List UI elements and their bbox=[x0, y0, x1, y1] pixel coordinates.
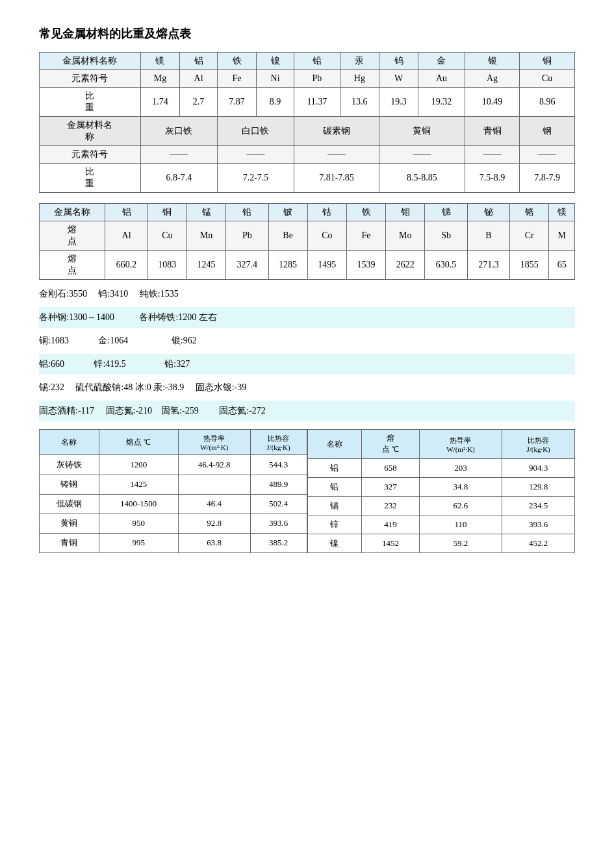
symbol-ni: Ni bbox=[257, 70, 294, 88]
melt-col-sb: 锑 bbox=[425, 204, 467, 221]
weight-w: 19.3 bbox=[379, 88, 418, 117]
weight-pb: 11.37 bbox=[294, 88, 340, 117]
melt-v-cr: 1855 bbox=[510, 251, 549, 280]
btl-name-0: 灰铸铁 bbox=[40, 455, 99, 475]
btl-row-2: 低碳钢 1400-1500 46.4 502.4 bbox=[40, 494, 307, 514]
info-diamond: 金刚石:3550 bbox=[39, 289, 87, 299]
melt-col-be: 铍 bbox=[268, 204, 307, 221]
col-header-name: 金属材料名称 bbox=[40, 53, 141, 70]
btr-name-4: 镍 bbox=[307, 534, 362, 553]
melt-col-mg: 镁 bbox=[549, 204, 575, 221]
info-solid-helium: 固态氦:-272 bbox=[219, 406, 266, 415]
melt-v-mg: 65 bbox=[549, 251, 575, 280]
info-line3: 铜:1083 金:1064 银:962 bbox=[39, 332, 575, 350]
btl-h-conduct: 热导率 W/(m²·K) bbox=[178, 430, 250, 455]
symbol-w: W bbox=[379, 70, 418, 88]
melt-sym-mo: Mo bbox=[386, 221, 425, 251]
info-gold: 金:1064 bbox=[98, 336, 128, 345]
alloy-w-6: 7.8-7.9 bbox=[520, 164, 575, 193]
btr-h-name: 名称 bbox=[307, 430, 362, 459]
alloy-w-5: 7.5-8.9 bbox=[465, 164, 520, 193]
melt-col-mo: 钼 bbox=[386, 204, 425, 221]
alloy-weight-label: 比 重 bbox=[40, 164, 141, 193]
melt-v-pb: 327.4 bbox=[226, 251, 268, 280]
page-title: 常见金属材料的比重及熔点表 bbox=[39, 26, 575, 42]
melt-sym-sb: Sb bbox=[425, 221, 467, 251]
melt-point-row: 熔 点 660.2 1083 1245 327.4 1285 1495 1539… bbox=[40, 251, 575, 280]
info-solid-alcohol: 固态酒精:-117 bbox=[39, 406, 94, 415]
melt-col-pb: 铅 bbox=[226, 204, 268, 221]
symbol-pb: Pb bbox=[294, 70, 340, 88]
info-misc: 硫代硫酸钠:48 冰:0 汞:-38.9 bbox=[75, 382, 184, 392]
col-header-hg: 汞 bbox=[340, 53, 379, 70]
btr-row-2: 锡 232 62.6 234.5 bbox=[307, 497, 575, 515]
alloy-sym-1: —— bbox=[140, 146, 217, 164]
melt-col-name: 金属名称 bbox=[40, 204, 105, 221]
symbol-mg: Mg bbox=[140, 70, 179, 88]
weight-au: 19.32 bbox=[418, 88, 465, 117]
info-section: 金刚石:3550 钨:3410 纯铁:1535 各种钢:1300～1400 各种… bbox=[39, 285, 575, 421]
info-iron: 纯铁:1535 bbox=[140, 289, 179, 299]
btl-melt-1: 1425 bbox=[99, 475, 178, 494]
melt-col-co: 钴 bbox=[307, 204, 346, 221]
btl-heat-2: 502.4 bbox=[250, 494, 307, 514]
btr-header: 名称 熔 点 ℃ 热导率 W/(m²·K) 比热容 J/(kg·K) bbox=[307, 430, 575, 459]
info-line5: 锡:232 硫代硫酸钠:48 冰:0 汞:-38.9 固态水银:-39 bbox=[39, 378, 575, 397]
btr-melt-3: 419 bbox=[362, 515, 419, 534]
btr-row-3: 锌 419 110 393.6 bbox=[307, 515, 575, 534]
bottom-table-right: 名称 熔 点 ℃ 热导率 W/(m²·K) 比热容 J/(kg·K) 铝 658… bbox=[307, 429, 576, 553]
info-line1: 金刚石:3550 钨:3410 纯铁:1535 bbox=[39, 285, 575, 303]
alloy-huikou: 灰口铁 bbox=[140, 117, 217, 146]
pure-metals-header-row: 金属材料名称 镁 铝 铁 镍 铅 汞 钨 金 银 铜 bbox=[40, 53, 575, 70]
info-lead: 铅:327 bbox=[164, 359, 190, 369]
btr-name-2: 锡 bbox=[307, 497, 362, 515]
col-header-al: 铝 bbox=[180, 53, 218, 70]
btl-name-2: 低碳钢 bbox=[40, 494, 99, 514]
info-aluminum: 铝:660 bbox=[39, 359, 64, 369]
melt-v-fe: 1539 bbox=[346, 251, 385, 280]
symbol-al: Al bbox=[180, 70, 218, 88]
btl-name-3: 黄铜 bbox=[40, 514, 99, 533]
pure-metals-symbol-row: 元素符号 Mg Al Fe Ni Pb Hg W Au Ag Cu bbox=[40, 70, 575, 88]
btr-conduct-3: 110 bbox=[419, 515, 502, 534]
alloy-sym-5: —— bbox=[465, 146, 520, 164]
alloy-steel: 钢 bbox=[520, 117, 575, 146]
melt-header-row: 金属名称 铝 铜 锰 铅 铍 钴 铁 钼 锑 铋 铬 镁 bbox=[40, 204, 575, 221]
melt-col-cr: 铬 bbox=[510, 204, 549, 221]
bottom-table-left: 名称 熔点 ℃ 热导率 W/(m²·K) 比热容 J/(kg·K) 灰铸铁 12… bbox=[39, 429, 307, 553]
alloy-w-3: 7.81-7.85 bbox=[294, 164, 379, 193]
melt-sym-cr: Cr bbox=[510, 221, 549, 251]
btl-heat-0: 544.3 bbox=[250, 455, 307, 475]
info-tin: 锡:232 bbox=[39, 382, 64, 392]
melt-sym-pb: Pb bbox=[226, 221, 268, 251]
col-header-ni: 镍 bbox=[257, 53, 294, 70]
weight-ni: 8.9 bbox=[257, 88, 294, 117]
btl-row-1: 铸钢 1425 489.9 bbox=[40, 475, 307, 494]
alloy-sym-4: —— bbox=[379, 146, 465, 164]
melt-sym-fe: Fe bbox=[346, 221, 385, 251]
btl-conduct-0: 46.4-92.8 bbox=[178, 455, 250, 475]
alloy-name-label: 金属材料名 称 bbox=[40, 117, 141, 146]
melt-v-cu: 1083 bbox=[147, 251, 186, 280]
melt-sym-b: B bbox=[467, 221, 509, 251]
col-header-fe: 铁 bbox=[217, 53, 256, 70]
btr-h-melt: 熔 点 ℃ bbox=[362, 430, 419, 459]
melt-sym-mg: M bbox=[549, 221, 575, 251]
btr-name-0: 铝 bbox=[307, 459, 362, 478]
alloy-sym-6: —— bbox=[520, 146, 575, 164]
symbol-hg: Hg bbox=[340, 70, 379, 88]
info-line4: 铝:660 锌:419.5 铅:327 bbox=[39, 354, 575, 375]
btl-name-4: 青铜 bbox=[40, 533, 99, 552]
btl-melt-3: 950 bbox=[99, 514, 178, 533]
symbol-ag: Ag bbox=[465, 70, 520, 88]
melt-v-co: 1495 bbox=[307, 251, 346, 280]
btr-heat-4: 452.2 bbox=[502, 534, 575, 553]
col-header-cu: 铜 bbox=[520, 53, 575, 70]
melt-sym-be: Be bbox=[268, 221, 307, 251]
btr-conduct-1: 34.8 bbox=[419, 478, 502, 497]
alloy-sym-3: —— bbox=[294, 146, 379, 164]
info-castiron: 各种铸铁:1200 左右 bbox=[139, 312, 216, 322]
melt-v-b: 271.3 bbox=[467, 251, 509, 280]
melt-v-be: 1285 bbox=[268, 251, 307, 280]
btr-heat-3: 393.6 bbox=[502, 515, 575, 534]
